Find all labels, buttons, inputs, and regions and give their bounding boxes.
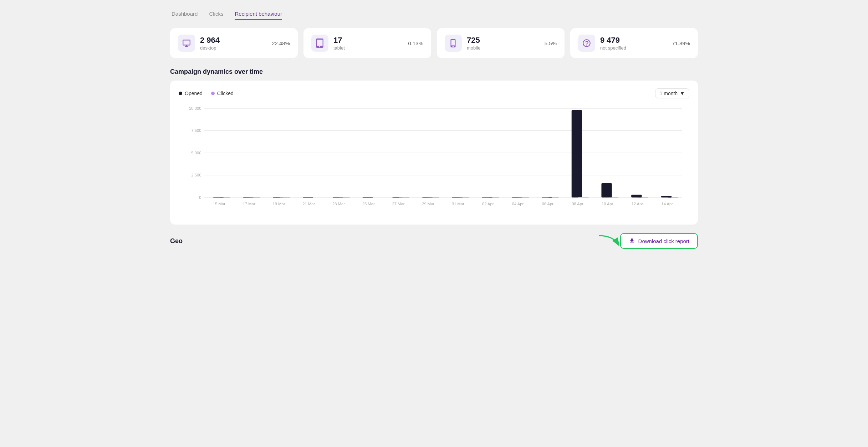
svg-rect-44 bbox=[572, 110, 582, 197]
chart-svg: 02 5005 0007 50010 00015 Mar17 Mar19 Mar… bbox=[179, 105, 689, 219]
device-card-not-specified: 9 479 not specified 71.89% bbox=[570, 28, 698, 58]
mobile-icon-box bbox=[445, 35, 462, 52]
svg-rect-39 bbox=[519, 197, 529, 198]
device-card-desktop: 2 964 desktop 22.48% bbox=[170, 28, 298, 58]
svg-rect-11 bbox=[220, 197, 230, 198]
tablet-icon bbox=[315, 38, 325, 48]
svg-text:08 Apr: 08 Apr bbox=[572, 202, 583, 206]
mobile-count: 725 bbox=[467, 36, 540, 45]
question-icon bbox=[582, 38, 591, 48]
chart-area: 02 5005 0007 50010 00015 Mar17 Mar19 Mar… bbox=[179, 105, 689, 219]
device-card-tablet: 17 tablet 0.13% bbox=[303, 28, 431, 58]
bottom-bar: Geo Download click report bbox=[170, 233, 698, 249]
tab-clicks[interactable]: Clicks bbox=[209, 11, 223, 20]
svg-text:04 Apr: 04 Apr bbox=[512, 202, 524, 206]
svg-rect-24 bbox=[363, 197, 373, 198]
desktop-icon-box bbox=[178, 35, 195, 52]
svg-rect-50 bbox=[631, 195, 642, 197]
svg-text:27 Mar: 27 Mar bbox=[392, 202, 404, 206]
period-selector[interactable]: 1 month ▼ bbox=[655, 88, 689, 98]
desktop-label: desktop bbox=[200, 45, 267, 51]
main-container: Dashboard Clicks Recipient behaviour 2 9… bbox=[167, 4, 701, 252]
section-title: Campaign dynamics over time bbox=[170, 68, 698, 76]
not-specified-info: 9 479 not specified bbox=[600, 36, 667, 51]
svg-text:10 Apr: 10 Apr bbox=[602, 202, 613, 206]
tablet-info: 17 tablet bbox=[333, 36, 403, 51]
svg-rect-19 bbox=[303, 197, 313, 198]
svg-rect-53 bbox=[661, 196, 672, 198]
svg-rect-42 bbox=[548, 197, 559, 198]
svg-rect-51 bbox=[638, 197, 648, 198]
svg-text:0: 0 bbox=[199, 195, 201, 200]
svg-text:19 Mar: 19 Mar bbox=[272, 202, 285, 206]
opened-dot bbox=[179, 92, 182, 95]
not-specified-pct: 71.89% bbox=[672, 40, 690, 46]
svg-text:17 Mar: 17 Mar bbox=[243, 202, 255, 206]
mobile-icon bbox=[449, 38, 458, 48]
download-btn-wrapper: Download click report bbox=[620, 233, 698, 249]
svg-rect-36 bbox=[489, 197, 499, 198]
clicked-label: Clicked bbox=[217, 91, 234, 96]
svg-rect-54 bbox=[668, 197, 678, 198]
mobile-pct: 5.5% bbox=[545, 40, 557, 46]
desktop-count: 2 964 bbox=[200, 36, 267, 45]
download-label: Download click report bbox=[638, 238, 689, 244]
chevron-down-icon: ▼ bbox=[680, 91, 685, 96]
green-arrow-icon bbox=[595, 232, 624, 250]
desktop-info: 2 964 desktop bbox=[200, 36, 267, 51]
svg-text:29 Mar: 29 Mar bbox=[422, 202, 434, 206]
geo-title: Geo bbox=[170, 237, 183, 245]
tab-dashboard[interactable]: Dashboard bbox=[172, 11, 198, 20]
svg-rect-17 bbox=[280, 197, 290, 198]
opened-label: Opened bbox=[185, 91, 203, 96]
tablet-icon-box bbox=[311, 35, 328, 52]
legend-clicked: Clicked bbox=[211, 91, 234, 96]
mobile-info: 725 mobile bbox=[467, 36, 540, 51]
svg-text:15 Mar: 15 Mar bbox=[213, 202, 225, 206]
tabs-bar: Dashboard Clicks Recipient behaviour bbox=[170, 7, 698, 20]
svg-rect-48 bbox=[608, 197, 618, 198]
svg-text:06 Apr: 06 Apr bbox=[542, 202, 553, 206]
svg-rect-27 bbox=[399, 197, 409, 198]
download-click-report-button[interactable]: Download click report bbox=[620, 233, 698, 249]
legend-opened: Opened bbox=[179, 91, 203, 96]
device-cards: 2 964 desktop 22.48% 17 tablet 0.13% bbox=[170, 28, 698, 58]
desktop-pct: 22.48% bbox=[272, 40, 290, 46]
svg-rect-33 bbox=[459, 197, 469, 198]
tablet-count: 17 bbox=[333, 36, 403, 45]
not-specified-count: 9 479 bbox=[600, 36, 667, 45]
svg-rect-41 bbox=[542, 197, 552, 197]
svg-text:21 Mar: 21 Mar bbox=[302, 202, 315, 206]
svg-text:12 Apr: 12 Apr bbox=[632, 202, 643, 206]
tab-recipient-behaviour[interactable]: Recipient behaviour bbox=[235, 11, 282, 20]
svg-text:31 Mar: 31 Mar bbox=[452, 202, 464, 206]
svg-text:14 Apr: 14 Apr bbox=[661, 202, 673, 206]
device-card-mobile: 725 mobile 5.5% bbox=[437, 28, 565, 58]
not-specified-label: not specified bbox=[600, 45, 667, 51]
desktop-icon bbox=[182, 38, 191, 48]
tablet-pct: 0.13% bbox=[408, 40, 423, 46]
svg-text:5 000: 5 000 bbox=[191, 151, 201, 155]
svg-text:7 500: 7 500 bbox=[191, 129, 201, 133]
svg-rect-45 bbox=[578, 197, 588, 197]
svg-rect-22 bbox=[339, 197, 350, 198]
mobile-label: mobile bbox=[467, 45, 540, 51]
chart-legend: Opened Clicked 1 month ▼ bbox=[179, 88, 689, 98]
svg-text:10 000: 10 000 bbox=[189, 106, 201, 111]
svg-text:25 Mar: 25 Mar bbox=[362, 202, 375, 206]
tablet-label: tablet bbox=[333, 45, 403, 51]
svg-rect-30 bbox=[429, 197, 439, 198]
question-icon-box bbox=[578, 35, 595, 52]
svg-text:2 500: 2 500 bbox=[191, 173, 201, 178]
period-label: 1 month bbox=[660, 91, 678, 96]
svg-text:02 Apr: 02 Apr bbox=[482, 202, 494, 206]
svg-text:23 Mar: 23 Mar bbox=[332, 202, 345, 206]
chart-container: Opened Clicked 1 month ▼ 02 5005 0007 50… bbox=[170, 81, 698, 225]
clicked-dot bbox=[211, 92, 215, 95]
svg-rect-14 bbox=[250, 197, 260, 198]
svg-rect-47 bbox=[601, 183, 612, 197]
download-icon bbox=[629, 238, 635, 244]
